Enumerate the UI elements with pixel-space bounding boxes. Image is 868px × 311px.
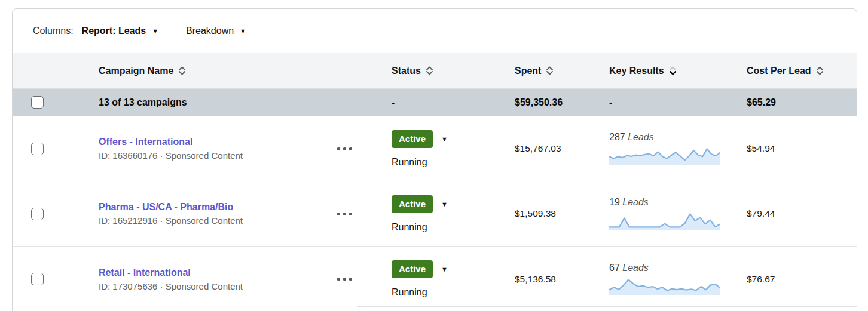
- campaign-meta: ID: 163660176 · Sponsored Content: [99, 150, 302, 161]
- campaign-manager-table-page: Columns: Report: Leads ▼ Breakdown ▼ Cam…: [0, 0, 868, 311]
- spent-value: $1,509.38: [503, 208, 597, 219]
- header-campaign-name[interactable]: Campaign Name: [99, 66, 302, 76]
- row-checkbox[interactable]: [31, 273, 44, 285]
- spent-value: $5,136.58: [503, 274, 597, 285]
- table-row: Pharma - US/CA - Pharma/Bio ID: 16521291…: [13, 181, 857, 247]
- campaign-meta: ID: 165212916 · Sponsored Content: [99, 215, 302, 226]
- key-results-unit: Leads: [628, 132, 654, 142]
- header-spent[interactable]: Spent: [503, 66, 597, 76]
- key-results-unit: Leads: [622, 197, 649, 207]
- summary-status: -: [380, 97, 503, 108]
- campaign-name-link[interactable]: Retail - International: [99, 267, 302, 278]
- key-results-sparkline: [609, 211, 720, 230]
- row-divider: [357, 306, 857, 307]
- campaign-name-link[interactable]: Pharma - US/CA - Pharma/Bio: [99, 202, 302, 213]
- campaign-count-label: 13 of 13 campaigns: [99, 97, 302, 108]
- campaign-meta: ID: 173075636 · Sponsored Content: [99, 281, 302, 291]
- sort-icon: [546, 66, 553, 75]
- header-key-results[interactable]: Key Results: [597, 66, 733, 76]
- status-badge[interactable]: Active: [392, 260, 433, 278]
- table-header-row: Campaign Name Status Spent: [13, 53, 857, 89]
- cost-per-lead-value: $54.94: [733, 143, 857, 154]
- spent-value: $15,767.03: [503, 143, 597, 154]
- campaign-name-link[interactable]: Offers - International: [99, 137, 302, 147]
- key-results-label: 67 Leads: [609, 263, 733, 273]
- header-label: Status: [392, 66, 421, 76]
- summary-cost-per-lead: $65.29: [733, 97, 857, 108]
- cost-per-lead-value: $79.44: [733, 208, 857, 219]
- header-label: Key Results: [609, 66, 664, 76]
- campaigns-table-card: Columns: Report: Leads ▼ Breakdown ▼ Cam…: [12, 8, 857, 311]
- sort-icon: [179, 66, 185, 75]
- select-all-checkbox[interactable]: [31, 96, 44, 109]
- status-caret-down-icon[interactable]: ▼: [441, 266, 448, 273]
- key-results-count: 67: [609, 263, 620, 273]
- key-results-count: 287: [609, 132, 625, 142]
- caret-down-icon: ▼: [240, 28, 246, 35]
- row-checkbox[interactable]: [31, 143, 44, 155]
- overflow-menu-icon[interactable]: [336, 144, 353, 154]
- breakdown-dropdown[interactable]: Breakdown ▼: [186, 26, 246, 36]
- key-results-label: 287 Leads: [609, 132, 733, 143]
- header-label: Spent: [515, 66, 541, 76]
- header-label: Campaign Name: [99, 66, 173, 76]
- table-row: Offers - International ID: 163660176 · S…: [13, 116, 857, 181]
- table-toolbar: Columns: Report: Leads ▼ Breakdown ▼: [13, 9, 857, 53]
- report-columns-dropdown[interactable]: Report: Leads ▼: [82, 26, 158, 36]
- caret-down-icon: ▼: [152, 28, 158, 35]
- status-badge[interactable]: Active: [392, 130, 433, 148]
- key-results-unit: Leads: [622, 263, 649, 273]
- sort-icon: [670, 66, 676, 75]
- row-checkbox[interactable]: [31, 208, 44, 220]
- status-caret-down-icon[interactable]: ▼: [441, 136, 448, 143]
- key-results-sparkline: [609, 277, 720, 296]
- status-badge[interactable]: Active: [392, 195, 433, 213]
- cost-per-lead-value: $76.67: [733, 274, 857, 285]
- key-results-sparkline: [609, 146, 720, 165]
- overflow-menu-icon[interactable]: [336, 209, 353, 219]
- breakdown-dropdown-label: Breakdown: [186, 26, 234, 36]
- key-results-label: 19 Leads: [609, 197, 733, 208]
- table-row: Retail - International ID: 173075636 · S…: [13, 247, 857, 311]
- summary-spent: $59,350.36: [503, 97, 597, 108]
- status-state: Running: [392, 157, 503, 168]
- summary-row: 13 of 13 campaigns - $59,350.36 - $65.29: [13, 89, 857, 116]
- summary-key-results: -: [597, 97, 733, 108]
- status-state: Running: [392, 287, 503, 298]
- header-cost-per-lead[interactable]: Cost Per Lead: [733, 66, 857, 76]
- status-state: Running: [392, 222, 503, 233]
- sort-icon: [426, 66, 433, 75]
- report-columns-dropdown-label: Report: Leads: [82, 26, 146, 36]
- overflow-menu-icon[interactable]: [336, 274, 353, 284]
- sort-icon: [817, 66, 823, 75]
- status-caret-down-icon[interactable]: ▼: [441, 201, 448, 208]
- columns-label: Columns:: [33, 26, 74, 36]
- header-label: Cost Per Lead: [747, 66, 811, 76]
- header-status[interactable]: Status: [380, 66, 503, 76]
- key-results-count: 19: [609, 197, 620, 207]
